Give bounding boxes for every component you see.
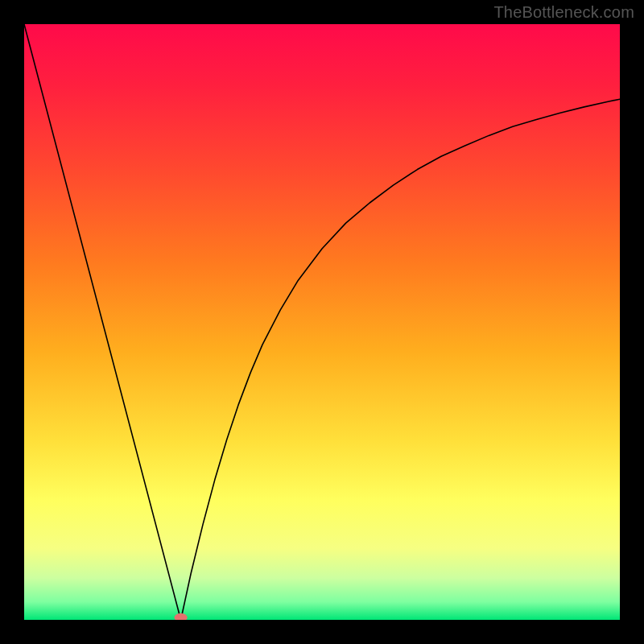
plot-area <box>24 24 620 620</box>
chart-svg <box>24 24 620 620</box>
chart-container: { "watermark": "TheBottleneck.com", "plo… <box>0 0 644 644</box>
gradient-background <box>24 24 620 620</box>
watermark-text: TheBottleneck.com <box>493 3 634 22</box>
